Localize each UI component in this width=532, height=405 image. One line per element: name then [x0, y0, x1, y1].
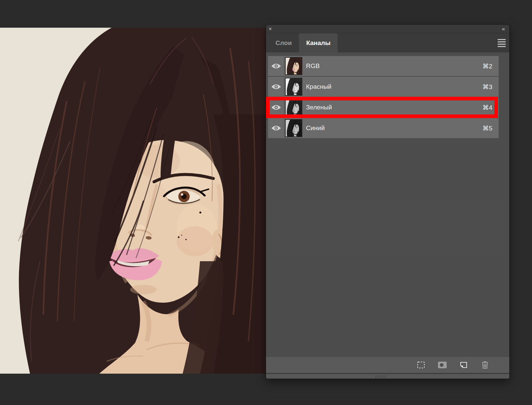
- save-selection-as-channel-button[interactable]: [438, 360, 447, 370]
- channel-name: Синий: [306, 124, 325, 132]
- channels-toolbar: [266, 356, 509, 373]
- tab-channels[interactable]: Каналы: [299, 33, 338, 52]
- channel-name: RGB: [306, 62, 320, 70]
- panel-menu-icon[interactable]: [498, 39, 506, 47]
- delete-channel-button[interactable]: [480, 360, 490, 370]
- visibility-toggle[interactable]: [268, 97, 284, 117]
- trash-icon: [481, 361, 489, 369]
- close-icon[interactable]: ×: [269, 26, 272, 32]
- load-channel-as-selection-button[interactable]: [416, 360, 426, 370]
- canvas-photo: [0, 28, 268, 374]
- channel-row[interactable]: Красный ⌘3: [268, 77, 499, 97]
- channels-list: RGB ⌘2 Красный ⌘3 Зеленый ⌘4: [268, 56, 499, 139]
- channel-name: Зеленый: [306, 104, 332, 111]
- eye-icon: [271, 125, 281, 131]
- channel-name: Красный: [306, 83, 331, 90]
- channel-shortcut: ⌘4: [482, 104, 499, 111]
- channels-panel: × « Слои Каналы RGB ⌘2: [266, 25, 509, 379]
- tab-layers[interactable]: Слои: [268, 33, 299, 52]
- visibility-toggle[interactable]: [268, 77, 284, 97]
- panel-resize-grip[interactable]: [376, 375, 386, 378]
- visibility-toggle[interactable]: [268, 56, 284, 76]
- eye-icon: [271, 63, 281, 69]
- create-new-channel-button[interactable]: [459, 360, 468, 370]
- photoshop-workspace: × « Слои Каналы RGB ⌘2: [0, 0, 532, 405]
- tab-channels-label: Каналы: [306, 39, 331, 47]
- visibility-toggle[interactable]: [268, 118, 284, 138]
- channel-row[interactable]: Синий ⌘5: [268, 118, 499, 138]
- tab-layers-label: Слои: [276, 39, 292, 47]
- channel-shortcut: ⌘5: [482, 124, 499, 132]
- channel-thumbnail: [285, 98, 302, 116]
- channel-shortcut: ⌘3: [482, 83, 499, 91]
- mask-icon: [438, 361, 447, 369]
- eye-icon: [271, 83, 281, 90]
- dashed-selection-icon: [417, 361, 425, 369]
- eye-icon: [271, 104, 281, 111]
- channel-row[interactable]: RGB ⌘2: [268, 56, 499, 76]
- panel-tabbar: Слои Каналы: [266, 33, 509, 52]
- channel-thumbnail: [285, 78, 302, 96]
- panel-bottom-edge: [266, 373, 509, 379]
- new-channel-icon: [460, 361, 468, 369]
- channel-shortcut: ⌘2: [482, 62, 499, 70]
- portrait-illustration: [0, 28, 268, 374]
- channel-row[interactable]: Зеленый ⌘4: [268, 97, 499, 117]
- channel-thumbnail: [285, 119, 302, 137]
- channel-thumbnail: [285, 57, 302, 75]
- collapse-panel-icon[interactable]: «: [502, 26, 505, 32]
- panel-titlebar: × «: [266, 25, 509, 33]
- channels-list-area: RGB ⌘2 Красный ⌘3 Зеленый ⌘4: [266, 52, 509, 356]
